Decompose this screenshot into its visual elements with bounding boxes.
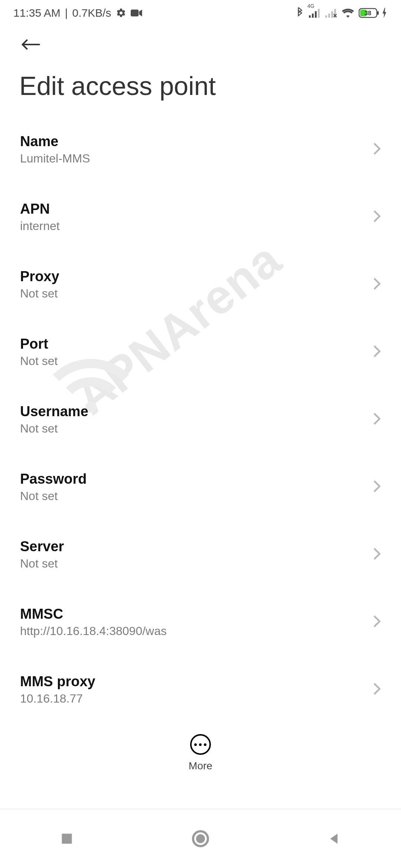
- row-text: MMSC http://10.16.18.4:38090/was: [20, 606, 167, 638]
- settings-list: Name Lumitel-MMS APN internet Proxy Not …: [0, 116, 401, 720]
- svg-rect-3: [315, 11, 317, 18]
- wifi-icon: [342, 8, 354, 18]
- bluetooth-icon: [296, 7, 304, 19]
- back-button[interactable]: [19, 33, 43, 56]
- circle-icon: [192, 830, 209, 848]
- svg-rect-12: [62, 834, 72, 844]
- row-text: Username Not set: [20, 404, 88, 435]
- page-title: Edit access point: [0, 56, 401, 116]
- battery-icon: 38: [359, 8, 388, 18]
- setting-row-name[interactable]: Name Lumitel-MMS: [0, 116, 401, 183]
- row-text: Server Not set: [20, 539, 64, 571]
- svg-rect-5: [325, 15, 327, 17]
- chevron-right-icon: [373, 412, 381, 427]
- svg-rect-4: [318, 9, 320, 18]
- status-net-speed: 0.7KB/s: [72, 7, 111, 19]
- row-text: Name Lumitel-MMS: [20, 134, 90, 165]
- row-label: APN: [20, 201, 60, 217]
- svg-rect-10: [377, 11, 379, 15]
- setting-row-username[interactable]: Username Not set: [0, 386, 401, 453]
- status-bar-left: 11:35 AM | 0.7KB/s: [13, 7, 143, 19]
- status-time: 11:35 AM: [13, 7, 61, 19]
- svg-point-14: [196, 834, 205, 843]
- row-label: Port: [20, 336, 58, 352]
- row-value: Not set: [20, 557, 64, 571]
- row-value: internet: [20, 219, 60, 233]
- nav-recent-button[interactable]: [56, 828, 78, 850]
- row-value: http://10.16.18.4:38090/was: [20, 624, 167, 638]
- row-label: Username: [20, 404, 88, 420]
- nav-home-button[interactable]: [189, 828, 212, 850]
- row-label: Password: [20, 471, 87, 487]
- chevron-right-icon: [373, 547, 381, 562]
- row-text: Port Not set: [20, 336, 58, 368]
- setting-row-apn[interactable]: APN internet: [0, 183, 401, 251]
- bottom-action-bar: More: [0, 720, 401, 786]
- setting-row-port[interactable]: Port Not set: [0, 318, 401, 386]
- charging-icon: [382, 8, 388, 18]
- chevron-right-icon: [373, 277, 381, 292]
- row-value: Not set: [20, 354, 58, 368]
- chevron-right-icon: [373, 480, 381, 494]
- row-value: Lumitel-MMS: [20, 152, 90, 165]
- row-value: Not set: [20, 287, 59, 300]
- row-text: MMS proxy 10.16.18.77: [20, 674, 95, 706]
- more-label: More: [189, 760, 212, 772]
- row-label: MMS proxy: [20, 674, 95, 690]
- svg-rect-7: [331, 11, 333, 18]
- setting-row-mms-proxy[interactable]: MMS proxy 10.16.18.77: [0, 656, 401, 720]
- chevron-right-icon: [373, 142, 381, 157]
- chevron-right-icon: [373, 210, 381, 224]
- svg-rect-1: [309, 15, 311, 17]
- status-bar: 11:35 AM | 0.7KB/s 4G 38: [0, 0, 401, 26]
- square-icon: [60, 832, 74, 845]
- chevron-right-icon: [373, 682, 381, 697]
- row-text: APN internet: [20, 201, 60, 233]
- row-label: Proxy: [20, 269, 59, 285]
- svg-rect-2: [312, 14, 314, 18]
- chevron-right-icon: [373, 615, 381, 629]
- triangle-back-icon: [327, 831, 341, 846]
- svg-rect-0: [131, 10, 138, 17]
- nav-back-button[interactable]: [323, 828, 345, 850]
- row-text: Password Not set: [20, 471, 87, 503]
- row-text: Proxy Not set: [20, 269, 59, 300]
- setting-row-proxy[interactable]: Proxy Not set: [0, 251, 401, 318]
- gear-icon: [116, 8, 126, 18]
- back-arrow-icon: [22, 37, 41, 52]
- android-nav-bar: [0, 809, 401, 868]
- battery-percent: 38: [365, 10, 371, 16]
- more-button[interactable]: More: [189, 734, 212, 772]
- row-label: Server: [20, 539, 64, 555]
- row-value: 10.16.18.77: [20, 692, 95, 706]
- app-header: [0, 26, 401, 56]
- more-icon: [190, 734, 211, 755]
- signal-4g-icon: 4G: [309, 8, 321, 18]
- status-bar-right: 4G 38: [296, 7, 388, 19]
- chevron-right-icon: [373, 345, 381, 359]
- video-camera-icon: [131, 9, 143, 17]
- setting-row-server[interactable]: Server Not set: [0, 521, 401, 588]
- signal-net-label: 4G: [307, 3, 314, 9]
- row-label: Name: [20, 134, 90, 149]
- row-value: Not set: [20, 489, 87, 503]
- signal-sim2-icon: [325, 8, 337, 18]
- row-value: Not set: [20, 422, 88, 435]
- setting-row-mmsc[interactable]: MMSC http://10.16.18.4:38090/was: [0, 588, 401, 656]
- status-separator: |: [65, 7, 68, 19]
- row-label: MMSC: [20, 606, 167, 622]
- svg-rect-6: [328, 14, 330, 18]
- setting-row-password[interactable]: Password Not set: [0, 453, 401, 521]
